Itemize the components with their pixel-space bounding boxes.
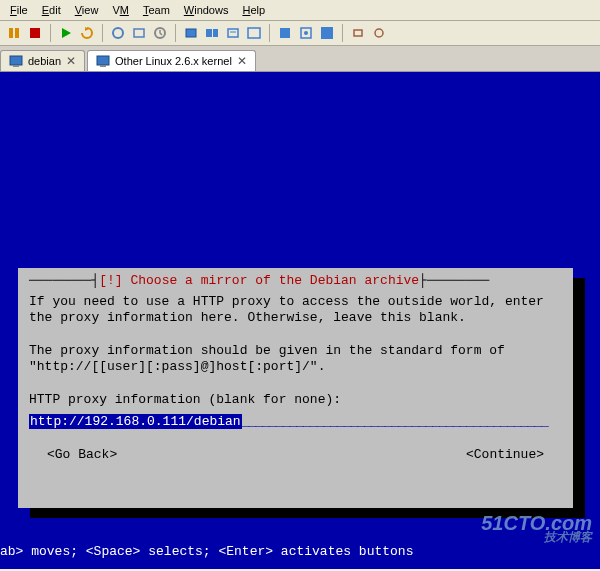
view-summary-icon[interactable]: [223, 23, 243, 43]
close-icon[interactable]: ✕: [237, 54, 247, 68]
menu-bar: FFileile EditEdit ViewView VMVM TeamTeam…: [0, 0, 600, 21]
tab-label: debian: [28, 55, 61, 67]
svg-rect-20: [10, 56, 22, 65]
tab-label: Other Linux 2.6.x kernel: [115, 55, 232, 67]
svg-rect-14: [280, 28, 290, 38]
devices-icon[interactable]: [348, 23, 368, 43]
svg-rect-21: [13, 65, 19, 67]
tab-other-linux[interactable]: Other Linux 2.6.x kernel ✕: [87, 50, 256, 71]
vm-icon: [96, 54, 110, 68]
quickswitch-icon[interactable]: [275, 23, 295, 43]
unity-icon[interactable]: [296, 23, 316, 43]
watermark: 51CTO.com 技术博客: [481, 514, 592, 543]
svg-rect-1: [15, 28, 19, 38]
fullscreen-icon[interactable]: [317, 23, 337, 43]
svg-point-19: [375, 29, 383, 37]
installer-statusbar: ab> moves; <Space> selects; <Enter> acti…: [0, 544, 413, 559]
pause-icon[interactable]: [4, 23, 24, 43]
menu-team[interactable]: TeamTeam: [137, 2, 176, 18]
dialog-title: [!] Choose a mirror of the Debian archiv…: [99, 273, 419, 288]
dialog-title-row: ────────┤ [!] Choose a mirror of the Deb…: [29, 273, 562, 288]
svg-point-16: [304, 31, 308, 35]
menu-view[interactable]: ViewView: [69, 2, 105, 18]
svg-rect-6: [134, 29, 144, 37]
snapshot-icon[interactable]: [108, 23, 128, 43]
stop-icon[interactable]: [25, 23, 45, 43]
svg-rect-11: [228, 29, 238, 37]
svg-rect-9: [206, 29, 212, 37]
settings-icon[interactable]: [369, 23, 389, 43]
close-icon[interactable]: ✕: [66, 54, 76, 68]
continue-button[interactable]: <Continue>: [466, 447, 544, 462]
tab-debian[interactable]: debian ✕: [0, 50, 85, 71]
dialog-body: If you need to use a HTTP proxy to acces…: [29, 294, 562, 408]
dialog-buttons: <Go Back> <Continue>: [29, 447, 562, 462]
proxy-input-row: http://192.168.0.111/debian ____________…: [29, 414, 562, 429]
vm-console: ────────┤ [!] Choose a mirror of the Deb…: [0, 72, 600, 569]
svg-rect-8: [186, 29, 196, 37]
vm-icon: [9, 54, 23, 68]
svg-rect-18: [354, 30, 362, 36]
menu-vm[interactable]: VMVM: [106, 2, 135, 18]
go-back-button[interactable]: <Go Back>: [47, 447, 117, 462]
proxy-input[interactable]: http://192.168.0.111/debian: [29, 414, 242, 429]
svg-point-5: [113, 28, 123, 38]
view-appliance-icon[interactable]: [202, 23, 222, 43]
menu-edit[interactable]: EditEdit: [36, 2, 67, 18]
play-icon[interactable]: [56, 23, 76, 43]
svg-rect-10: [213, 29, 218, 37]
menu-file[interactable]: FFileile: [4, 2, 34, 18]
svg-marker-3: [62, 28, 71, 38]
tab-bar: debian ✕ Other Linux 2.6.x kernel ✕: [0, 46, 600, 72]
reset-icon[interactable]: [77, 23, 97, 43]
revert-icon[interactable]: [150, 23, 170, 43]
svg-rect-2: [30, 28, 40, 38]
svg-rect-17: [321, 27, 333, 39]
view-console-icon[interactable]: [181, 23, 201, 43]
installer-dialog: ────────┤ [!] Choose a mirror of the Deb…: [18, 268, 573, 508]
svg-rect-22: [97, 56, 109, 65]
input-fill: ________________________________________…: [242, 414, 562, 429]
menu-windows[interactable]: WindowsWindows: [178, 2, 235, 18]
snapshot-manager-icon[interactable]: [129, 23, 149, 43]
menu-help[interactable]: HelpHelp: [236, 2, 271, 18]
view-fullscreen-icon[interactable]: [244, 23, 264, 43]
svg-rect-0: [9, 28, 13, 38]
toolbar: [0, 21, 600, 46]
svg-rect-23: [100, 65, 106, 67]
svg-rect-13: [248, 28, 260, 38]
